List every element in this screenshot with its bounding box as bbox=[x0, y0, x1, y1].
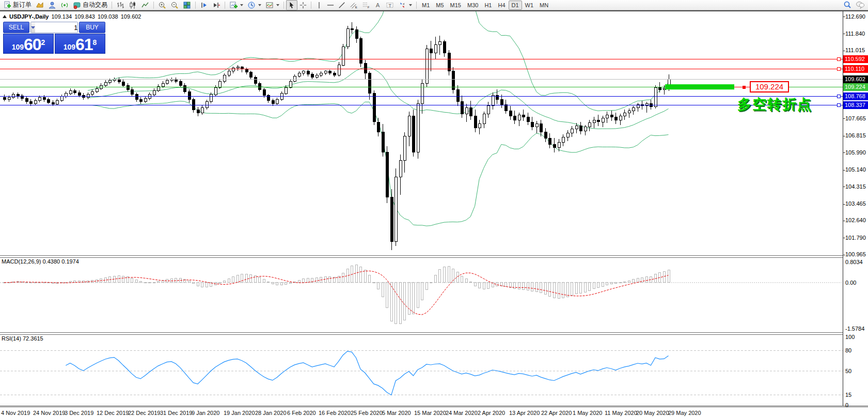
price-line-label-109.602: 109.602 bbox=[843, 75, 868, 83]
time-axis[interactable]: 4 Nov 201924 Nov 20193 Dec 201912 Dec 20… bbox=[0, 406, 868, 417]
macd-bar bbox=[421, 283, 423, 300]
new-order-button[interactable]: 新订单 bbox=[1, 0, 34, 10]
text-tool-button[interactable]: A bbox=[372, 0, 384, 10]
bull-candle bbox=[218, 81, 221, 87]
main-chart-canvas[interactable] bbox=[0, 11, 843, 255]
chat-icon[interactable] bbox=[856, 1, 865, 9]
macd-bar bbox=[430, 282, 432, 283]
horizontal-line-tool-button[interactable] bbox=[325, 0, 336, 10]
macd-bar bbox=[417, 283, 419, 307]
date-label: 28 Jan 2020 bbox=[255, 410, 287, 416]
chinese-annotation[interactable]: 多空转折点 bbox=[737, 95, 812, 114]
collapse-arrow-icon[interactable] bbox=[3, 15, 7, 18]
macd-bar bbox=[338, 276, 340, 283]
rsi-panel-canvas[interactable] bbox=[0, 334, 843, 406]
macd-bar bbox=[254, 275, 256, 283]
macd-panel-canvas[interactable] bbox=[0, 257, 843, 331]
timeframe-button-H1[interactable]: H1 bbox=[481, 1, 495, 10]
line-anchor-marker[interactable] bbox=[837, 95, 840, 98]
bull-candle bbox=[236, 67, 239, 68]
bar-chart-button[interactable] bbox=[114, 0, 127, 10]
arrows-tool-button[interactable] bbox=[396, 0, 414, 10]
new-chart-button[interactable] bbox=[227, 0, 245, 10]
tile-windows-button[interactable] bbox=[181, 0, 193, 10]
bear-candle bbox=[430, 49, 432, 53]
macd-bar bbox=[522, 283, 524, 289]
search-icon[interactable] bbox=[843, 1, 851, 9]
line-anchor-marker[interactable] bbox=[837, 58, 840, 61]
auto-scroll-button[interactable] bbox=[198, 0, 210, 10]
svg-text:A: A bbox=[376, 2, 380, 8]
volume-input[interactable] bbox=[35, 22, 78, 33]
price-tick-label: 111.015 bbox=[845, 47, 865, 53]
timeframe-button-M5[interactable]: M5 bbox=[433, 1, 447, 10]
profiles-button[interactable] bbox=[34, 0, 46, 10]
macd-bar bbox=[258, 277, 260, 283]
trend-line-tool-button[interactable] bbox=[336, 0, 348, 10]
price-line-label-108.337: 108.337 bbox=[843, 101, 868, 109]
timeframe-button-MN[interactable]: MN bbox=[536, 1, 551, 10]
timeframe-button-M1[interactable]: M1 bbox=[419, 1, 433, 10]
bull-candle bbox=[206, 102, 208, 108]
date-label: 29 May 2020 bbox=[668, 410, 701, 416]
zoom-in-button[interactable] bbox=[156, 0, 168, 10]
panel-splitter[interactable] bbox=[0, 332, 868, 335]
bull-candle bbox=[60, 97, 63, 101]
line-anchor-marker[interactable] bbox=[837, 104, 840, 107]
crosshair-tool-button[interactable] bbox=[297, 0, 309, 10]
signals-button[interactable] bbox=[58, 0, 71, 10]
fibonacci-tool-button[interactable]: F bbox=[360, 0, 372, 10]
one-click-trading-panel: SELL BUY 109602 109618 bbox=[3, 22, 105, 54]
buy-button[interactable]: BUY bbox=[79, 22, 105, 33]
periods-button[interactable] bbox=[245, 0, 263, 10]
timeframe-button-H4[interactable]: H4 bbox=[495, 1, 508, 10]
price-axis[interactable]: 112.690111.840111.015107.665106.815105.9… bbox=[843, 11, 868, 406]
bull-candle bbox=[483, 114, 485, 124]
macd-bar bbox=[614, 283, 617, 284]
sell-price-display[interactable]: 109602 bbox=[3, 34, 54, 54]
line-chart-button[interactable] bbox=[139, 0, 151, 10]
text-label-tool-button[interactable]: T bbox=[384, 0, 396, 10]
toolbar-separator bbox=[195, 2, 196, 9]
macd-bar bbox=[218, 283, 220, 283]
zoom-out-button[interactable] bbox=[168, 0, 181, 10]
chart-shift-button[interactable] bbox=[210, 0, 223, 10]
macd-name: MACD(12,26,9) bbox=[2, 258, 41, 265]
templates-icon bbox=[265, 1, 274, 9]
bull-candle bbox=[276, 100, 278, 104]
price-annotation-box[interactable]: 109.224 bbox=[750, 81, 789, 92]
macd-bar bbox=[668, 270, 670, 283]
macd-bar bbox=[272, 283, 274, 284]
volume-decrease-button[interactable] bbox=[31, 22, 35, 33]
toolbar-separator bbox=[112, 2, 112, 9]
bear-candle bbox=[386, 152, 388, 197]
equidistant-channel-tool-button[interactable]: E bbox=[348, 0, 360, 10]
line-anchor-marker[interactable] bbox=[837, 68, 840, 71]
macd-bar bbox=[483, 283, 485, 289]
timeframe-button-M15[interactable]: M15 bbox=[447, 1, 464, 10]
macd-bar bbox=[623, 282, 625, 283]
panel-splitter[interactable] bbox=[0, 255, 868, 258]
bull-candle bbox=[465, 108, 468, 114]
autotrading-button[interactable]: 自动交易 bbox=[71, 0, 109, 10]
vertical-line-tool-button[interactable] bbox=[313, 0, 325, 10]
bear-candle bbox=[461, 102, 463, 114]
timeframe-button-M30[interactable]: M30 bbox=[464, 1, 481, 10]
price-tick-label: 106.815 bbox=[845, 132, 866, 138]
toolbar-separator bbox=[416, 2, 417, 9]
cursor-tool-button[interactable] bbox=[286, 0, 297, 10]
community-button[interactable] bbox=[46, 0, 58, 10]
dropdown-arrow-icon bbox=[276, 4, 279, 6]
macd-bar bbox=[34, 283, 36, 283]
price-tick-label: 101.790 bbox=[845, 235, 866, 241]
templates-button[interactable] bbox=[263, 0, 281, 10]
sell-button[interactable]: SELL bbox=[3, 22, 29, 33]
bear-candle bbox=[355, 29, 358, 39]
buy-price-display[interactable]: 109618 bbox=[55, 34, 105, 54]
timeframe-button-W1[interactable]: W1 bbox=[522, 1, 537, 10]
bear-candle bbox=[139, 100, 142, 102]
macd-bar bbox=[201, 283, 203, 287]
candlestick-chart-button[interactable] bbox=[127, 0, 139, 10]
timeframe-button-D1[interactable]: D1 bbox=[509, 1, 522, 10]
text-label-icon: T bbox=[386, 2, 394, 9]
